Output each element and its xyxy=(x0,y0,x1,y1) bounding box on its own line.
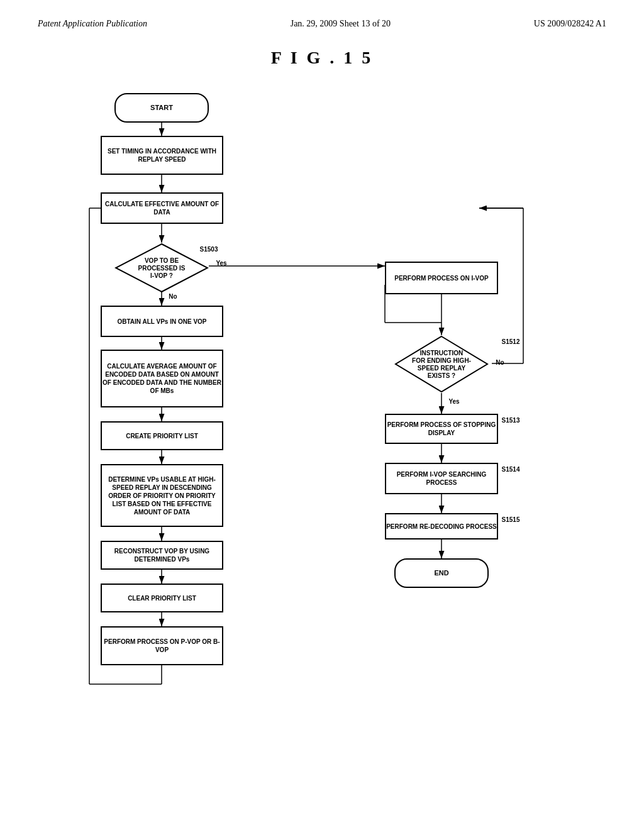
s1508-box: DETERMINE VPs USABLE AT HIGH-SPEED REPLA… xyxy=(101,464,223,527)
s1512-yes-label: Yes xyxy=(445,395,464,407)
s1513-box: PERFORM PROCESS OF STOPPING DISPLAY xyxy=(385,414,498,444)
start-node: START xyxy=(114,93,209,123)
flowchart: START S1501 SET TIMING IN ACCORDANCE WIT… xyxy=(52,87,592,778)
s1512-label: S1512 xyxy=(492,335,530,348)
svg-text:FOR ENDING HIGH-: FOR ENDING HIGH- xyxy=(412,357,471,364)
s1506-box: CALCULATE AVERAGE AMOUNT OF ENCODED DATA… xyxy=(101,350,223,407)
header-right: US 2009/028242 A1 xyxy=(534,19,606,29)
s1512-diamond: INSTRUCTION FOR ENDING HIGH- SPEED REPLA… xyxy=(394,335,489,393)
s1501-box: SET TIMING IN ACCORDANCE WITH REPLAY SPE… xyxy=(101,136,223,175)
header: Patent Application Publication Jan. 29, … xyxy=(38,19,606,29)
s1512-no-label: No xyxy=(491,356,509,368)
s1503-yes-label: Yes xyxy=(212,257,231,269)
s1507-box: CREATE PRIORITY LIST xyxy=(101,421,223,450)
svg-marker-31 xyxy=(396,336,487,392)
svg-text:SPEED REPLAY: SPEED REPLAY xyxy=(418,365,466,372)
s1505-box: OBTAIN ALL VPs IN ONE VOP xyxy=(101,306,223,337)
svg-text:INSTRUCTION: INSTRUCTION xyxy=(420,350,463,357)
header-left: Patent Application Publication xyxy=(38,19,147,29)
s1503-no-label: No xyxy=(164,290,182,302)
s1504-box: PERFORM PROCESS ON I-VOP xyxy=(385,262,498,294)
figure-title: F I G . 1 5 xyxy=(38,48,606,68)
end-node: END xyxy=(394,558,489,588)
svg-text:PROCESSED IS: PROCESSED IS xyxy=(138,265,185,272)
s1515-box: PERFORM RE-DECODING PROCESS xyxy=(385,513,498,540)
svg-text:I-VOP ?: I-VOP ? xyxy=(150,272,173,279)
s1510-box: CLEAR PRIORITY LIST xyxy=(101,584,223,612)
s1503-diamond: VOP TO BE PROCESSED IS I-VOP ? xyxy=(114,243,209,293)
svg-text:EXISTS ?: EXISTS ? xyxy=(428,372,455,379)
s1502-box: CALCULATE EFFECTIVE AMOUNT OF DATA xyxy=(101,192,223,224)
svg-text:VOP TO BE: VOP TO BE xyxy=(145,257,179,264)
header-center: Jan. 29, 2009 Sheet 13 of 20 xyxy=(291,19,391,29)
s1514-box: PERFORM I-VOP SEARCHING PROCESS xyxy=(385,463,498,494)
page: Patent Application Publication Jan. 29, … xyxy=(0,0,644,830)
s1511-box: PERFORM PROCESS ON P-VOP OR B-VOP xyxy=(101,626,223,665)
s1509-box: RECONSTRUCT VOP BY USING DETERMINED VPs xyxy=(101,541,223,570)
